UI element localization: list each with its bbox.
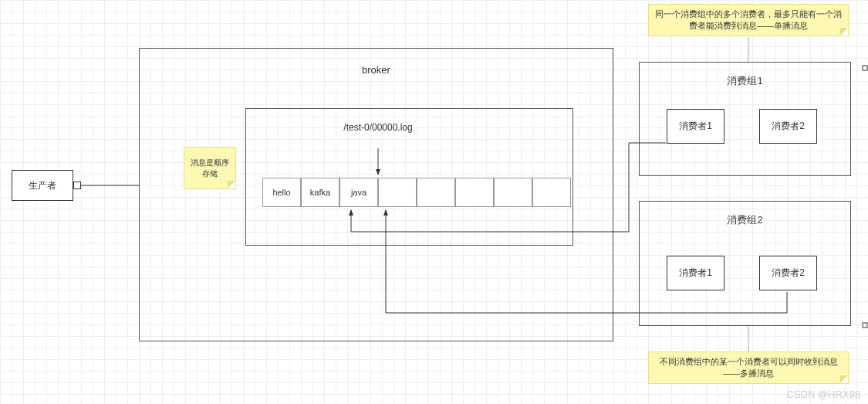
group2-consumer2-label: 消费者2	[772, 267, 805, 280]
producer-handle	[73, 182, 81, 189]
note-storage: 消息是顺序存储	[184, 147, 236, 189]
producer-label: 生产者	[29, 179, 56, 192]
svg-rect-4	[863, 66, 867, 70]
log-cell-1: kafka	[301, 178, 339, 207]
log-cell-7	[532, 178, 571, 207]
log-cell-5	[455, 178, 494, 207]
producer-box: 生产者	[12, 170, 73, 201]
group2-consumer1: 消费者1	[667, 256, 724, 290]
group1-consumer2-label: 消费者2	[772, 120, 805, 133]
log-cell-0: hello	[262, 178, 301, 207]
note-multicast-text: 不同消费组中的某一个消费者可以同时收到消息——多播消息	[655, 356, 842, 379]
log-cell-6	[494, 178, 532, 207]
group2-consumer2: 消费者2	[759, 256, 817, 290]
broker-title: broker	[140, 64, 613, 76]
note-storage-text: 消息是顺序存储	[191, 158, 229, 179]
group1-consumer1-label: 消费者1	[679, 120, 712, 133]
log-cell-2: java	[339, 178, 378, 207]
group1-title: 消费组1	[640, 74, 850, 88]
consumer-group-1: 消费组1 消费者1 消费者2	[639, 62, 851, 176]
group1-consumer1: 消费者1	[667, 109, 724, 144]
log-cells: hellokafkajava	[262, 178, 571, 207]
log-cell-3	[378, 178, 417, 207]
group2-consumer1-label: 消费者1	[679, 267, 712, 280]
note-unicast: 同一个消费组中的多个消费者，最多只能有一个消费者能消费到消息——单播消息	[648, 4, 849, 36]
watermark: CSDN @HRX98	[786, 389, 860, 400]
group2-title: 消费组2	[640, 213, 850, 227]
consumer-group-2: 消费组2 消费者1 消费者2	[639, 201, 851, 326]
svg-rect-5	[863, 323, 867, 328]
log-path-label: /test-0/00000.log	[332, 122, 424, 133]
note-multicast: 不同消费组中的某一个消费者可以同时收到消息——多播消息	[648, 351, 849, 384]
note-unicast-text: 同一个消费组中的多个消费者，最多只能有一个消费者能消费到消息——单播消息	[655, 8, 842, 32]
log-cell-4	[417, 178, 455, 207]
group1-consumer2: 消费者2	[759, 109, 817, 144]
